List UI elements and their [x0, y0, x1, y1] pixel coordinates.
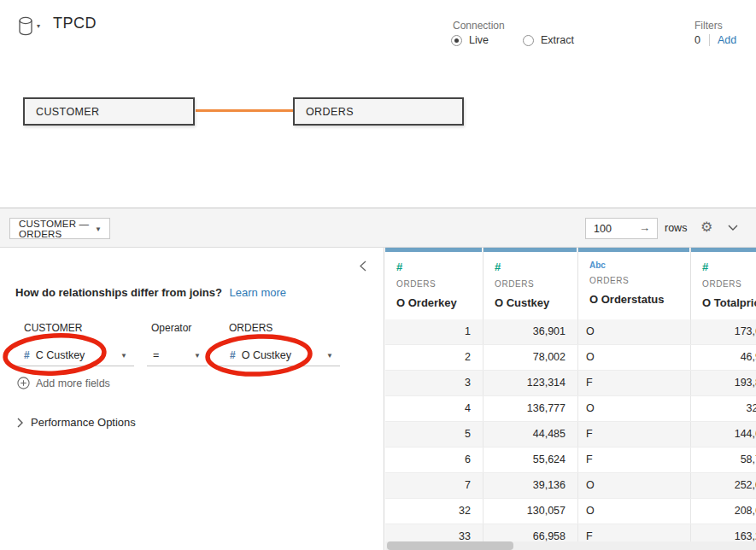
- plus-circle-icon: [17, 377, 30, 389]
- grid-cell: 173,6: [691, 319, 756, 344]
- row-count-field: →: [585, 218, 658, 239]
- grid-cell: 58,7: [691, 448, 756, 472]
- database-icon[interactable]: [18, 16, 33, 37]
- grid-cell: 130,057: [483, 499, 578, 524]
- radio-extract-button[interactable]: [523, 35, 534, 46]
- grid-cell: 1: [385, 319, 483, 344]
- grid-row: 4136,777O32,: [385, 396, 756, 422]
- column-accent-bar: [385, 248, 482, 252]
- right-table-label: ORDERS: [229, 322, 273, 334]
- relationship-panel: How do relationships differ from joins? …: [0, 248, 384, 550]
- grid-cell: 4: [385, 396, 483, 421]
- grid-cell: 46,9: [691, 345, 756, 370]
- column-header-o-totalprice[interactable]: #ORDERSO Totalprice: [691, 248, 756, 319]
- grid-cell: 3: [385, 371, 483, 395]
- canvas-table-customer[interactable]: CUSTOMER: [23, 97, 195, 126]
- grid-row: 278,002O46,9: [385, 345, 756, 371]
- grid-cell: 123,314: [483, 371, 578, 395]
- connection-label: Connection: [453, 20, 505, 32]
- column-accent-bar: [483, 248, 577, 252]
- operator-label: Operator: [151, 322, 191, 334]
- column-table-name: ORDERS: [589, 276, 690, 285]
- column-field-name: O Totalprice: [702, 296, 756, 309]
- grid-cell: 32,: [691, 396, 756, 421]
- grid-cell: F: [578, 371, 691, 395]
- grid-cell: F: [578, 448, 691, 472]
- radio-extract[interactable]: Extract: [523, 34, 574, 46]
- collapse-panel-chevron-icon[interactable]: [360, 260, 366, 272]
- help-question: How do relationships differ from joins?: [15, 286, 222, 299]
- column-field-name: O Orderstatus: [589, 293, 690, 306]
- add-more-fields-button[interactable]: Add more fields: [17, 377, 110, 389]
- grid-cell: O: [578, 345, 691, 370]
- grid-cell: 39,136: [483, 473, 578, 498]
- grid-row: 544,485F144,6: [385, 422, 756, 448]
- grid-row: 655,624F58,7: [385, 448, 756, 473]
- grid-cell: O: [578, 473, 691, 498]
- number-type-icon: #: [24, 349, 30, 361]
- relationship-selector[interactable]: CUSTOMER — ORDERS ▼: [9, 218, 110, 239]
- relationship-noodle[interactable]: [196, 109, 293, 112]
- grid-cell: 2: [385, 345, 483, 370]
- chevron-down-icon: ▼: [120, 352, 127, 360]
- radio-live[interactable]: Live: [451, 34, 489, 46]
- column-accent-bar: [578, 248, 689, 252]
- grid-cell: O: [578, 396, 691, 421]
- grid-cell: 5: [385, 422, 483, 447]
- grid-toolbar: CUSTOMER — ORDERS ▼ → rows ⚙: [0, 208, 756, 248]
- data-preview-area: #ORDERSO Orderkey#ORDERSO CustkeyAbcORDE…: [385, 248, 756, 550]
- chevron-down-icon: ▼: [95, 225, 102, 233]
- rows-label: rows: [665, 222, 687, 234]
- page-title: TPCD: [53, 15, 97, 32]
- grid-cell: 7: [385, 473, 483, 498]
- grid-cell: 32: [385, 499, 483, 524]
- radio-extract-label: Extract: [541, 34, 574, 46]
- horizontal-scrollbar-thumb[interactable]: [387, 541, 513, 550]
- filters-label: Filters: [694, 20, 723, 32]
- canvas-table-customer-label: CUSTOMER: [36, 106, 100, 118]
- collapse-grid-chevron-icon[interactable]: [728, 225, 738, 231]
- left-table-label: CUSTOMER: [24, 322, 82, 334]
- grid-cell: O: [578, 319, 691, 344]
- relationships-help-text: How do relationships differ from joins? …: [15, 286, 286, 299]
- left-field-dropdown[interactable]: # C Custkey ▼: [15, 344, 134, 366]
- radio-live-button[interactable]: [451, 35, 462, 46]
- grid-row: 32130,057O208,6: [385, 499, 756, 524]
- chevron-down-icon: ▼: [326, 352, 333, 360]
- grid-cell: 36,901: [483, 319, 578, 344]
- performance-options-toggle[interactable]: Performance Options: [17, 416, 136, 429]
- column-header-o-orderstatus[interactable]: AbcORDERSO Orderstatus: [578, 248, 691, 319]
- canvas-table-orders-label: ORDERS: [306, 106, 354, 118]
- column-field-name: O Orderkey: [396, 296, 483, 309]
- column-field-name: O Custkey: [495, 296, 577, 309]
- grid-cell: 136,777: [483, 396, 578, 421]
- column-header-o-custkey[interactable]: #ORDERSO Custkey: [483, 248, 578, 319]
- radio-live-label: Live: [469, 34, 489, 46]
- data-grid: #ORDERSO Orderkey#ORDERSO CustkeyAbcORDE…: [385, 248, 756, 550]
- grid-cell: 193,8: [691, 371, 756, 395]
- row-count-input[interactable]: [586, 219, 633, 238]
- database-menu-caret-icon[interactable]: ▾: [37, 22, 40, 30]
- learn-more-link[interactable]: Learn more: [230, 286, 286, 299]
- apply-row-count-arrow-icon[interactable]: →: [639, 221, 650, 234]
- left-field-value: C Custkey: [36, 349, 85, 361]
- data-source-page: ▾ TPCD Connection Live Extract Filters 0…: [0, 0, 756, 550]
- chevron-right-icon: [17, 418, 23, 428]
- performance-options-label: Performance Options: [31, 416, 136, 429]
- grid-cell: O: [578, 499, 691, 524]
- gear-icon[interactable]: ⚙: [700, 219, 712, 235]
- column-table-name: ORDERS: [702, 279, 756, 289]
- grid-cell: 44,485: [483, 422, 578, 447]
- number-type-icon: #: [230, 349, 236, 361]
- grid-cell: 208,6: [691, 499, 756, 524]
- grid-header-row: #ORDERSO Orderkey#ORDERSO CustkeyAbcORDE…: [385, 248, 756, 319]
- right-field-dropdown[interactable]: # O Custkey ▼: [212, 344, 340, 366]
- column-header-o-orderkey[interactable]: #ORDERSO Orderkey: [385, 248, 483, 319]
- right-field-value: O Custkey: [242, 349, 291, 361]
- filters-count: 0: [694, 34, 700, 46]
- operator-dropdown[interactable]: = ▼: [147, 344, 208, 366]
- grid-cell: 252,0: [691, 473, 756, 498]
- number-type-icon: #: [495, 260, 577, 273]
- canvas-table-orders[interactable]: ORDERS: [293, 97, 464, 126]
- filters-add-link[interactable]: Add: [718, 34, 736, 46]
